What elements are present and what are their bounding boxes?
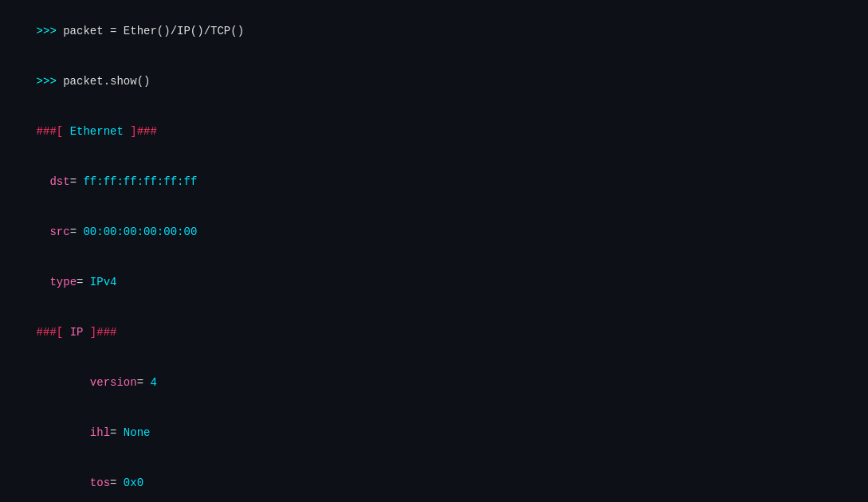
ip-tos-value: 0x0 xyxy=(124,477,143,489)
terminal: >>> packet = Ether()/IP()/TCP() >>> pack… xyxy=(0,0,868,502)
ip-version-indent xyxy=(37,376,90,389)
eth-hash-pre: ###[ xyxy=(37,125,70,138)
command-line-1: >>> packet = Ether()/IP()/TCP() xyxy=(10,6,858,57)
ip-ihl-sep: = xyxy=(110,426,124,439)
ip-version-field: version xyxy=(90,376,137,389)
cmd-text-2: packet.show() xyxy=(63,75,150,88)
eth-type-value: IPv4 xyxy=(90,276,117,288)
ip-tos-indent xyxy=(37,477,90,489)
ip-ihl-field: ihl xyxy=(90,426,110,439)
eth-type-sep: = xyxy=(77,276,90,288)
ip-version-sep: = xyxy=(137,376,151,389)
ip-version-line: version= 4 xyxy=(10,358,858,408)
eth-dst-indent xyxy=(37,175,50,188)
ip-version-value: 4 xyxy=(150,376,156,389)
eth-src-line: src= 00:00:00:00:00:00 xyxy=(10,207,858,257)
eth-section-name: Ethernet xyxy=(70,125,124,138)
command-line-2: >>> packet.show() xyxy=(10,57,858,107)
ip-ihl-indent xyxy=(37,426,90,439)
ip-hash-post: ]### xyxy=(83,326,116,339)
eth-type-field: type xyxy=(49,276,77,288)
eth-dst-sep: = xyxy=(70,175,84,188)
ip-tos-line: tos= 0x0 xyxy=(10,458,858,502)
eth-src-sep: = xyxy=(70,226,84,238)
eth-header-line: ###[ Ethernet ]### xyxy=(10,107,858,157)
eth-type-line: type= IPv4 xyxy=(10,257,858,308)
eth-dst-field: dst xyxy=(49,175,69,188)
ip-tos-sep: = xyxy=(110,477,124,489)
cmd-text-1: packet = Ether()/IP()/TCP() xyxy=(63,25,244,37)
eth-src-field: src xyxy=(49,226,69,238)
prompt-1: >>> xyxy=(37,25,64,37)
ip-section-name: IP xyxy=(70,326,84,339)
ip-hash-pre: ###[ xyxy=(37,326,70,339)
ip-tos-field: tos xyxy=(90,477,110,489)
eth-dst-line: dst= ff:ff:ff:ff:ff:ff xyxy=(10,157,858,207)
prompt-2: >>> xyxy=(37,75,64,88)
eth-src-indent xyxy=(37,226,50,238)
ip-ihl-line: ihl= None xyxy=(10,408,858,458)
ip-header-line: ###[ IP ]### xyxy=(10,308,858,358)
eth-src-value: 00:00:00:00:00:00 xyxy=(83,226,197,238)
eth-type-indent xyxy=(37,276,50,288)
eth-dst-value: ff:ff:ff:ff:ff:ff xyxy=(83,175,197,188)
eth-hash-post: ]### xyxy=(124,125,157,138)
ip-ihl-value: None xyxy=(124,426,151,439)
